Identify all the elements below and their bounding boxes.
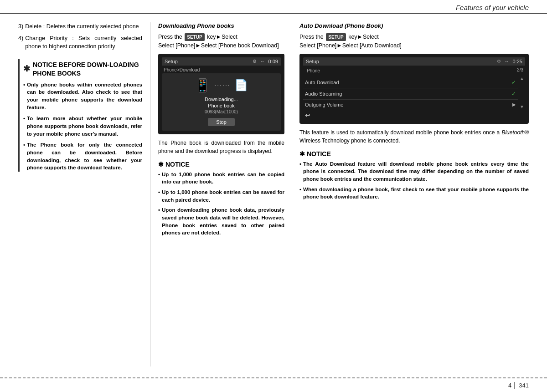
phone-select-right: Select [Phone]	[299, 42, 336, 49]
screen-list: Auto Download ✓ Audio Streaming ✓ Outgoi…	[303, 77, 518, 110]
item-text: Up to 1,000 phone book entries can be sa…	[162, 188, 284, 204]
phone-book-select: Select [Phone book Download]	[201, 42, 279, 49]
list-item: When downloading a phone book, first che…	[299, 186, 529, 201]
right-notice-small: ✱ NOTICE The Auto Download feature will …	[299, 150, 529, 201]
item-label: Audio Streaming	[305, 91, 342, 97]
key-text-right: key►	[348, 34, 363, 40]
item-text: Up to 1,000 phone book entries can be co…	[162, 171, 284, 186]
screen-icon2: ↔	[260, 59, 265, 64]
select-text-right: Select	[363, 34, 379, 40]
screen-icon2-right: ↔	[505, 59, 509, 64]
back-btn-row: ↩	[303, 110, 525, 120]
screen-title-right: Setup	[306, 59, 319, 64]
screen-page-num: 2/3	[517, 67, 523, 74]
screen-list-wrapper: Auto Download ✓ Audio Streaming ✓ Outgoi…	[303, 75, 518, 110]
right-section-title: Auto Download (Phone Book)	[299, 22, 529, 29]
press-text: Press the	[158, 34, 182, 40]
mid-column: Downloading Phone books Press the SETUP …	[150, 22, 292, 367]
numbered-list: 3) Delete : Deletes the currently select…	[18, 22, 142, 51]
notice-heading-text: NOTICE BEFORE DOWN-LOADING PHONE BOOKS	[33, 61, 142, 77]
asterisk-icon: ✱	[23, 64, 30, 74]
list-item: The Phone book for only the connected ph…	[23, 141, 142, 172]
screen-time: 0:09	[268, 59, 278, 64]
notice-heading: ✱ NOTICE BEFORE DOWN-LOADING PHONE BOOKS	[20, 59, 142, 79]
dots-icon: ······	[214, 81, 230, 89]
header: Features of your vehicle	[0, 0, 547, 14]
desc-text1: This feature is used to automatically do…	[299, 129, 500, 136]
item-text: To learn more about whether your mobile …	[27, 115, 142, 137]
phone-select-text: Select [Phone]	[158, 42, 195, 49]
header-title: Features of your vehicle	[456, 4, 529, 11]
page-container: Features of your vehicle 3) Delete : Del…	[0, 0, 547, 392]
left-column: 3) Delete : Deletes the currently select…	[18, 22, 150, 367]
phone-book-text: Phone book	[208, 103, 235, 108]
downloading-text: Downloading...	[205, 97, 238, 102]
item-text: Upon downloading phone book data, previo…	[162, 206, 284, 237]
screen-with-scroll: Auto Download ✓ Audio Streaming ✓ Outgoi…	[303, 75, 525, 110]
item-text: When downloading a phone book, first che…	[303, 186, 529, 201]
notice-small-title: ✱ NOTICE	[158, 161, 284, 168]
check-icon: ✓	[511, 91, 516, 97]
bluetooth-text: Bluetooth®	[501, 129, 529, 136]
section-title: Downloading Phone books	[158, 22, 284, 29]
check-icon: ✓	[511, 79, 516, 86]
right-description: This feature is used to automatically do…	[299, 128, 529, 145]
screen-subtitle-right: Phone	[305, 67, 322, 74]
page-section: 4	[508, 382, 511, 389]
footer: 4 341	[0, 377, 547, 392]
desc-text2: Wireless Technology phone is connected.	[299, 137, 400, 144]
right-notice-items: The Auto Download feature will download …	[299, 160, 529, 201]
list-item: Up to 1,000 phone book entries can be sa…	[158, 188, 284, 204]
item-text: Change Priority : Sets currently selecte…	[25, 34, 142, 51]
screen-subtitle: Phone>Download	[162, 66, 281, 73]
list-item: 4) Change Priority : Sets currently sele…	[18, 34, 142, 51]
auto-download-select: Select [Auto Download]	[342, 42, 402, 49]
list-item: To learn more about whether your mobile …	[23, 115, 142, 137]
right-column: Auto Download (Phone Book) Press the SET…	[292, 22, 529, 367]
item-text: Delete : Deletes the currently selected …	[25, 22, 139, 31]
list-item: The Auto Download feature will download …	[299, 160, 529, 183]
item-num: 3)	[18, 22, 23, 31]
list-item: Only phone books within connected phones…	[23, 81, 142, 112]
item-text: The Auto Download feature will download …	[303, 160, 529, 183]
item-label: Outgoing Volume	[305, 102, 343, 107]
item-text: Only phone books within connected phones…	[27, 81, 142, 112]
doc-icon: 📄	[234, 79, 248, 92]
item-text: The Phone book for only the connected ph…	[27, 141, 142, 172]
setup-badge: SETUP	[185, 33, 204, 41]
notice-small: ✱ NOTICE Up to 1,000 phone book entries …	[158, 161, 284, 237]
auto-download-screen-mockup: Setup ⚙ ↔ 0:25 Phone 2/3 Auto D	[299, 54, 529, 124]
count-text: 0093(Max:1000)	[205, 109, 238, 114]
description-text: The Phone book is downloaded from the mo…	[158, 139, 284, 155]
stop-button[interactable]: Stop	[208, 118, 235, 126]
list-item: Upon downloading phone book data, previo…	[158, 206, 284, 237]
list-item-audio-streaming: Audio Streaming ✓	[303, 88, 518, 100]
screen-header-bar: Setup ⚙ ↔ 0:09	[162, 57, 281, 66]
setup-badge-right: SETUP	[326, 33, 346, 41]
screen-subtitle-bar: Phone 2/3	[303, 66, 525, 75]
screen-title: Setup	[165, 59, 178, 64]
scroll-up-icon[interactable]: ▲	[520, 76, 524, 81]
select-text: Select	[222, 34, 237, 40]
right-instruction-line: Press the SETUP key►Select Select [Phone…	[299, 33, 529, 50]
scroll-down-icon[interactable]: ▼	[520, 104, 524, 109]
screen-icon1-right: ⚙	[497, 59, 501, 64]
main-content: 3) Delete : Deletes the currently select…	[0, 14, 547, 371]
notice-items: Only phone books within connected phones…	[20, 79, 142, 172]
scroll-bar[interactable]: ▲ ▼	[519, 75, 525, 110]
key-text: key►	[207, 34, 222, 40]
item-label: Auto Download	[305, 80, 339, 85]
instruction-line: Press the SETUP key►Select Select [Phone…	[158, 33, 284, 50]
back-button[interactable]: ↩	[305, 112, 310, 119]
download-screen-mockup: Setup ⚙ ↔ 0:09 Phone>Download 📱 ······ 📄…	[158, 54, 284, 134]
screen-time-right: 0:25	[513, 59, 522, 64]
list-item: 3) Delete : Deletes the currently select…	[18, 22, 142, 31]
item-num: 4)	[18, 34, 23, 51]
press-text: Press the	[299, 34, 324, 40]
arrow-icon: ▶	[512, 102, 516, 107]
list-item-auto-download: Auto Download ✓	[303, 77, 518, 88]
screen-body: 📱 ······ 📄 Downloading... Phone book 009…	[162, 73, 281, 131]
notice-box: ✱ NOTICE BEFORE DOWN-LOADING PHONE BOOKS…	[18, 59, 142, 172]
page-number: 341	[514, 382, 529, 389]
phone-icon: 📱	[195, 78, 211, 93]
